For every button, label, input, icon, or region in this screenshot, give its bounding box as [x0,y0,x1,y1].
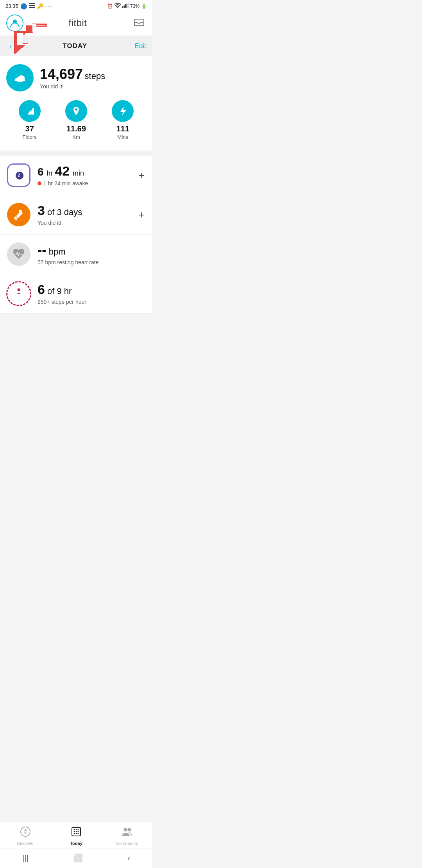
svg-rect-0 [29,3,31,4]
heartrate-sub: 57 bpm resting heart rate [38,259,146,265]
app-title: fitbit [68,18,87,29]
svg-rect-10 [123,5,125,9]
section-divider-1 [0,152,152,156]
sleep-minutes: 42 [55,163,70,178]
svg-point-21 [19,210,22,213]
nav-title: TODAY [63,42,87,50]
active-mins-stat[interactable]: 111 Mins [100,100,146,140]
inbox-button[interactable] [132,16,146,30]
status-time: 23:35 [5,3,18,9]
svg-rect-12 [126,4,127,8]
svg-rect-11 [125,4,126,8]
svg-rect-5 [33,5,35,6]
steps-unit: steps [85,71,106,81]
sleep-hours: 6 [38,166,44,178]
active-mins-label: Mins [118,134,128,140]
signal-icon [122,3,129,9]
activezone-display: 6 of 9 hr [38,282,146,297]
sleep-duration: 6 hr 42 min [38,164,131,178]
sleep-metric-row[interactable]: Z 6 hr 42 min 1 hr 24 min awake + [0,156,152,195]
avatar[interactable] [6,14,23,32]
svg-rect-9 [122,6,123,8]
sleep-sub: 1 hr 24 min awake [38,180,131,187]
distance-stat[interactable]: 11.69 Km [53,100,99,140]
heartrate-icon-wrap [6,242,31,267]
steps-icon[interactable] [6,64,34,91]
more-icon: ··· [45,3,52,9]
activezone-sub: 250+ steps per hour [38,299,146,305]
svg-point-22 [18,289,20,291]
steps-count: 14,697 [40,66,83,82]
alarm-icon: ⏰ [107,4,113,9]
active-days-icon [7,203,30,226]
mini-stats-row: 37 Floors 11.69 Km [6,95,146,144]
wifi-icon [114,3,121,9]
activezone-icon-wrap [6,281,31,306]
key-icon: 🔑 [37,3,43,9]
active-days-content: 3 of 3 days You did it! [38,203,131,226]
svg-rect-6 [29,7,31,8]
distance-icon [65,100,87,122]
activezone-subtext: 250+ steps per hour [38,299,86,305]
svg-rect-13 [128,3,129,8]
steps-display: 14,697 steps steps [40,66,105,82]
active-days-icon-wrap [6,202,31,227]
sleep-icon-wrap: Z [6,163,31,188]
active-days-sub: You did it! [38,220,131,226]
sleep-icon: Z [7,163,30,187]
floors-icon [19,100,41,122]
active-mins-icon [112,100,134,122]
floors-value: 37 [25,124,34,133]
activezone-content: 6 of 9 hr 250+ steps per hour [38,282,146,305]
battery-percentage: 73% [130,4,139,9]
steps-section: 14,697 steps steps You did it! 37 Floors [0,56,152,150]
nav-back-button[interactable]: ‹ [6,40,15,52]
distance-value: 11.69 [66,124,86,133]
steps-subtext: You did it! [40,83,105,90]
svg-rect-2 [33,3,35,4]
heartrate-subtext: 57 bpm resting heart rate [38,259,98,265]
edit-button[interactable]: Edit [135,42,146,50]
floors-stat[interactable]: 37 Floors [6,100,53,140]
fitbit-device-icon: 🔵 [20,3,27,9]
distance-label: Km [72,134,80,140]
svg-point-18 [14,79,25,82]
sleep-expand-button[interactable]: + [137,168,146,183]
heartrate-content: -- bpm 57 bpm resting heart rate [38,243,146,265]
heartrate-icon [7,242,30,266]
battery-icon: 🔋 [141,4,147,9]
svg-text:Z: Z [18,173,20,178]
active-days-count: 3 [38,203,45,218]
svg-rect-8 [33,7,35,8]
sleep-subtext: 1 hr 24 min awake [43,180,88,187]
activezone-icon [6,281,31,306]
heartrate-metric-row[interactable]: -- bpm 57 bpm resting heart rate [0,235,152,274]
activezone-metric-row[interactable]: 6 of 9 hr 250+ steps per hour [0,274,152,314]
active-days-unit: of 3 days [45,207,82,217]
svg-rect-7 [31,7,33,8]
metrics-section: Z 6 hr 42 min 1 hr 24 min awake + [0,156,152,314]
status-indicators: ⏰ 73% 🔋 [107,3,147,9]
active-days-expand-button[interactable]: + [137,207,146,222]
status-time-area: 23:35 🔵 🔑 ··· [5,2,52,10]
awake-dot [38,181,41,185]
active-days-display: 3 of 3 days [38,203,131,218]
status-bar: 23:35 🔵 🔑 ··· ⏰ [0,0,152,11]
heartrate-display: -- bpm [38,243,146,257]
svg-rect-4 [31,5,33,6]
active-mins-value: 111 [116,124,129,133]
grid-icon [29,2,35,10]
svg-rect-1 [31,3,33,4]
active-days-metric-row[interactable]: 3 of 3 days You did it! + [0,195,152,235]
sleep-content: 6 hr 42 min 1 hr 24 min awake [38,164,131,186]
svg-rect-3 [29,5,31,6]
floors-label: Floors [23,134,37,140]
active-days-subtext: You did it! [38,220,61,226]
app-header: fitbit [0,11,152,36]
nav-bar: ‹ TODAY Edit [0,36,152,56]
